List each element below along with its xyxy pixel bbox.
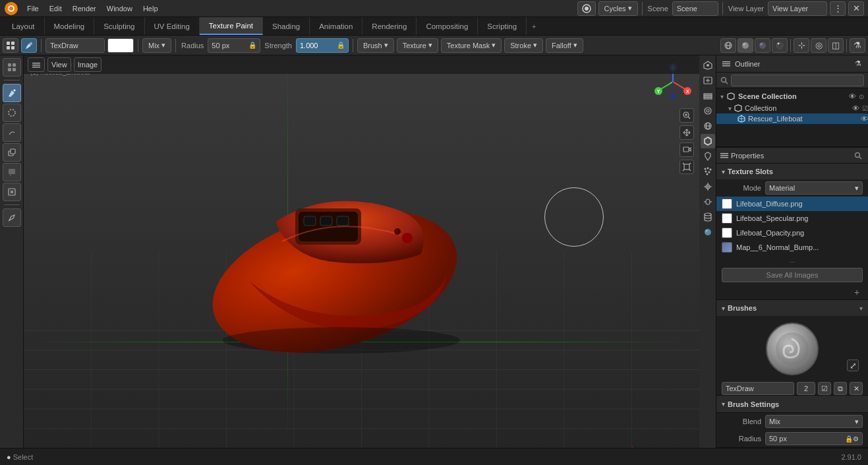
texture-slot-diffuse[interactable]: Lifeboat_Diffuse.png [716, 197, 868, 211]
engine-dropdown[interactable]: Cycles ▾ [598, 1, 638, 16]
brush-dropdown[interactable]: Brush ▾ [357, 38, 394, 53]
texture-slots-header[interactable]: ▾ Texture Slots [716, 164, 868, 179]
tab-uv-editing[interactable]: UV Editing [145, 17, 200, 35]
prop-data[interactable] [701, 210, 715, 224]
prop-render[interactable] [701, 58, 715, 73]
paint-mode-icon[interactable] [21, 38, 37, 53]
viewport-menu-btn[interactable] [28, 57, 45, 72]
scene-collection-restrict[interactable]: ⊙ [859, 93, 864, 100]
overlay-toggle[interactable]: ◎ [811, 38, 826, 53]
prop-object[interactable] [701, 134, 715, 148]
mode-toggle[interactable] [3, 58, 21, 77]
menu-edit[interactable]: Edit [45, 3, 67, 14]
outliner-menu[interactable] [720, 58, 732, 70]
falloff-dropdown[interactable]: Falloff ▾ [546, 38, 583, 53]
camera-view[interactable] [680, 142, 694, 157]
gizmo-toggle[interactable]: ⊹ [794, 38, 809, 53]
zoom-to-object[interactable] [680, 108, 694, 123]
view-layer-options[interactable]: ⋮ [830, 1, 846, 16]
brush-name-field[interactable] [45, 38, 105, 53]
prop-constraints[interactable] [701, 195, 715, 209]
engine-icon[interactable] [577, 1, 596, 16]
scene-collection-row[interactable]: ▾ Scene Collection 👁 ⊙ [716, 90, 868, 103]
view-layer-input[interactable] [768, 1, 827, 16]
collection-checkbox[interactable]: ☑ [862, 105, 868, 112]
brush-radius-value[interactable]: 50 px 🔒 ⚙ [765, 432, 863, 445]
stroke-dropdown[interactable]: Stroke ▾ [504, 38, 543, 53]
add-workspace-btn[interactable]: + [527, 17, 541, 35]
brush-copy-btn[interactable]: ⧉ [834, 382, 847, 395]
texture-slot-specular[interactable]: Lifeboat_Specular.png [716, 211, 868, 226]
blend-value[interactable]: Mix ▾ [765, 415, 863, 428]
menu-help[interactable]: Help [138, 3, 163, 14]
tab-texture-paint[interactable]: Texture Paint [200, 17, 263, 35]
blend-dropdown[interactable]: Mix ▾ [142, 38, 171, 53]
prop-output[interactable] [701, 73, 715, 88]
tool-fill[interactable] [3, 163, 21, 181]
prop-material[interactable] [701, 225, 715, 239]
scene-collection-eye[interactable]: 👁 [849, 92, 856, 100]
prop-scene[interactable] [701, 104, 715, 118]
texture-slot-normal[interactable]: Map__6_Normal_Bump... [716, 240, 868, 255]
brush-delete-btn[interactable]: ✕ [850, 382, 863, 395]
tool-annotate[interactable] [3, 208, 21, 227]
tab-layout[interactable]: Layout [3, 17, 45, 35]
pan-view[interactable] [680, 125, 694, 140]
menu-window[interactable]: Window [102, 3, 137, 14]
brush-settings-header[interactable]: ▾ Brush Settings [716, 396, 868, 413]
brush-preview[interactable] [766, 323, 819, 375]
viewport-shading-rendered[interactable] [772, 38, 788, 53]
outliner-filter[interactable]: ⚗ [852, 58, 864, 70]
viewport-shading-wire[interactable] [720, 38, 736, 53]
menu-render[interactable]: Render [68, 3, 101, 14]
tab-shading[interactable]: Shading [263, 17, 310, 35]
texture-mask-dropdown[interactable]: Texture Mask ▾ [441, 38, 502, 53]
blender-logo[interactable] [4, 1, 18, 16]
tab-sculpting[interactable]: Sculpting [94, 17, 144, 35]
viewport-shading-material[interactable] [755, 38, 770, 53]
mode-icon-btn[interactable] [3, 38, 18, 53]
expand-brush-btn[interactable]: ⤢ [847, 359, 859, 371]
add-texture-slot-btn[interactable]: + [851, 286, 863, 298]
viewport-view-menu[interactable]: View [47, 57, 71, 72]
brush-pin-btn[interactable]: ☑ [818, 382, 831, 395]
collection-row[interactable]: ▾ Collection 👁 ☑ [716, 103, 868, 113]
mode-value[interactable]: Material ▾ [765, 181, 863, 195]
tab-animation[interactable]: Animation [310, 17, 362, 35]
prop-physics[interactable] [701, 179, 715, 194]
close-window-btn[interactable]: ✕ [848, 1, 864, 16]
viewport-shading-solid[interactable] [738, 38, 753, 53]
tab-modeling[interactable]: Modeling [45, 17, 95, 35]
radius-field[interactable]: 50 px 🔒 [208, 38, 260, 53]
brushes-header[interactable]: ▾ Brushes ▾ [716, 300, 868, 316]
texture-dropdown[interactable]: Texture ▾ [397, 38, 438, 53]
object-row-rescue-lifeboat[interactable]: Rescue_Lifeboat 👁 [716, 113, 868, 124]
tab-compositing[interactable]: Compositing [417, 17, 478, 35]
prop-world[interactable] [701, 119, 715, 133]
texture-slot-opacity[interactable]: Lifeboat_Opacity.png [716, 226, 868, 240]
viewport-overlays-menu[interactable]: Image [74, 57, 102, 72]
object-eye[interactable]: 👁 [861, 115, 868, 123]
properties-search[interactable] [852, 150, 864, 162]
tab-rendering[interactable]: Rendering [362, 17, 417, 35]
brush-name-display[interactable]: TexDraw [722, 382, 794, 395]
tab-scripting[interactable]: Scripting [478, 17, 527, 35]
tool-smear[interactable] [3, 123, 21, 142]
strength-field[interactable]: 1.000 🔒 [296, 38, 349, 53]
filter-btn[interactable]: ⚗ [850, 38, 865, 53]
collection-eye[interactable]: 👁 [852, 104, 859, 112]
xray-toggle[interactable]: ◫ [828, 38, 844, 53]
prop-modifier[interactable] [701, 149, 715, 164]
color-swatch[interactable] [107, 38, 134, 53]
viewport[interactable]: User Perspective (1) Rescue_Lifeboat Z X… [24, 55, 699, 448]
tool-soften[interactable] [3, 104, 21, 122]
outliner-search-input[interactable] [731, 75, 864, 86]
save-all-images-btn[interactable]: Save All Images [722, 268, 863, 282]
prop-view-layer[interactable] [701, 88, 715, 103]
orthographic-view[interactable] [680, 160, 694, 174]
tool-mask[interactable] [3, 183, 21, 201]
menu-file[interactable]: File [22, 3, 43, 14]
tool-clone[interactable] [3, 143, 21, 162]
brush-num[interactable]: 2 [797, 382, 815, 395]
scene-input[interactable] [672, 1, 718, 16]
